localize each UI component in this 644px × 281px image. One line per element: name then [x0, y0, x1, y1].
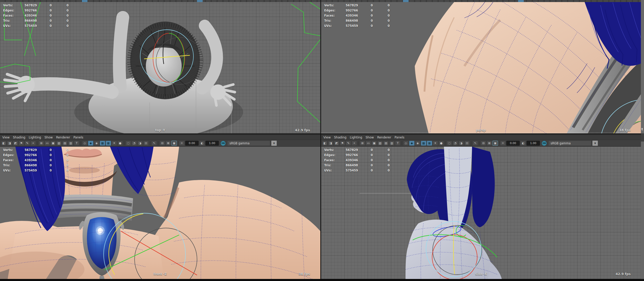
- camera-attributes-icon[interactable]: ◩: [13, 141, 18, 146]
- lights-icon[interactable]: ☀: [112, 141, 117, 146]
- wireframe-icon[interactable]: ◇: [403, 141, 409, 146]
- ssao-icon[interactable]: ◌: [126, 141, 131, 146]
- camera-lock-icon[interactable]: ◨: [7, 141, 12, 146]
- motion-blur-icon[interactable]: ◔: [132, 141, 137, 146]
- hud-label: Edges:: [3, 9, 24, 12]
- image-plane-icon[interactable]: ▣: [171, 141, 177, 146]
- hud-col2: 0: [52, 148, 69, 152]
- bookmark-icon[interactable]: ⚑: [19, 141, 24, 146]
- view-transform-dropdown[interactable]: sRGB gamma: [227, 140, 270, 146]
- toolbar-separator: [158, 141, 158, 145]
- camera-icon[interactable]: ◧: [322, 141, 328, 146]
- ssao-icon[interactable]: ◌: [447, 141, 452, 146]
- panel-divider-horizontal[interactable]: [0, 133, 644, 135]
- panel-menu-item[interactable]: Lighting: [29, 136, 41, 139]
- hud-label: Verts:: [3, 148, 24, 152]
- panel-menu-item[interactable]: Show: [45, 136, 53, 139]
- hud-col1: 0: [37, 9, 52, 12]
- hud-label: Faces:: [3, 14, 24, 17]
- panel-menu-item[interactable]: Panels: [73, 136, 83, 139]
- grid-icon[interactable]: ⊞: [39, 141, 44, 146]
- wireframe-on-shaded-icon[interactable]: ◈: [415, 141, 420, 146]
- contrast-icon[interactable]: ◐: [520, 141, 526, 146]
- contrast-field[interactable]: 1.00: [205, 141, 219, 146]
- viewport-canvas-top[interactable]: Verts: 567829 0 0 Edges: 992766 0 0 Face…: [0, 2, 320, 133]
- select-highlight-icon[interactable]: ↖: [473, 141, 478, 146]
- viewport-canvas-front[interactable]: Verts: 567829 0 0 Edges: 992766 0 0 Face…: [0, 147, 320, 279]
- gate-mask-icon[interactable]: ▧: [377, 141, 383, 146]
- panel-menu-item[interactable]: Renderer: [56, 136, 70, 139]
- wireframe-on-shaded-icon[interactable]: ◈: [94, 141, 99, 146]
- panel-menu-item[interactable]: Renderer: [377, 136, 391, 139]
- textured-icon[interactable]: ▩: [100, 141, 105, 146]
- pan-zoom-icon[interactable]: ⌖: [352, 141, 357, 146]
- gate-mask-icon[interactable]: ▧: [56, 141, 62, 146]
- chevron-down-icon[interactable]: ▼: [271, 140, 277, 146]
- color-management-toggle[interactable]: ON: [221, 141, 226, 146]
- panel-menu-item[interactable]: View: [323, 136, 331, 139]
- snapshot-wipe-icon[interactable]: ⊠: [166, 141, 171, 146]
- exposure-field[interactable]: 0.00: [185, 141, 199, 146]
- panel-menu-item[interactable]: Shading: [334, 136, 346, 139]
- contrast-icon[interactable]: ◐: [199, 141, 205, 146]
- pan-zoom-icon[interactable]: ⌖: [30, 141, 36, 146]
- isolate-select-icon[interactable]: ⊡: [143, 141, 149, 146]
- checkered-icon[interactable]: ▦: [427, 141, 432, 146]
- hud-value: 575459: [345, 24, 358, 28]
- checkered-icon[interactable]: ▦: [106, 141, 111, 146]
- camera-attributes-icon[interactable]: ◩: [334, 141, 339, 146]
- exposure-icon[interactable]: ☼: [500, 141, 506, 146]
- motion-blur-icon[interactable]: ◔: [453, 141, 458, 146]
- field-chart-icon[interactable]: ▤: [62, 141, 68, 146]
- exposure-icon[interactable]: ☼: [179, 141, 184, 146]
- safe-action-icon[interactable]: ▥: [389, 141, 395, 146]
- camera-icon[interactable]: ◧: [1, 141, 6, 146]
- bookmark-icon[interactable]: ⚑: [340, 141, 345, 146]
- wireframe-icon[interactable]: ◇: [82, 141, 88, 146]
- shadows-icon[interactable]: ●: [117, 141, 123, 146]
- viewport-canvas-side[interactable]: Verts: 567829 0 0 Edges: 992766 0 0 Face…: [321, 147, 641, 279]
- field-chart-icon[interactable]: ▤: [383, 141, 389, 146]
- snapshot-wipe-icon[interactable]: ⊠: [487, 141, 492, 146]
- color-management-toggle[interactable]: ON: [542, 141, 547, 146]
- panel-menu-item[interactable]: Panels: [395, 136, 405, 139]
- lights-icon[interactable]: ☀: [433, 141, 438, 146]
- camera-lock-icon[interactable]: ◨: [328, 141, 333, 146]
- toolbar-separator: [445, 141, 445, 145]
- viewport-panel-side: ViewShadingLightingShowRendererPanels ◧◨…: [321, 135, 641, 279]
- panel-menu-item[interactable]: Shading: [13, 136, 25, 139]
- snapshot-compare-icon[interactable]: ⊟: [481, 141, 486, 146]
- hud-col1: 0: [358, 9, 373, 12]
- exposure-field[interactable]: 0.00: [506, 141, 520, 146]
- select-highlight-icon[interactable]: ↖: [151, 141, 157, 146]
- image-plane-icon[interactable]: ▣: [493, 141, 498, 146]
- safe-title-icon[interactable]: T: [74, 141, 79, 146]
- resolution-gate-icon[interactable]: ▣: [372, 141, 377, 146]
- grease-pencil-icon[interactable]: ✎: [346, 141, 351, 146]
- film-gate-icon[interactable]: ▭: [366, 141, 371, 146]
- chevron-down-icon[interactable]: ▼: [592, 140, 598, 146]
- view-transform-dropdown[interactable]: sRGB gamma: [548, 140, 591, 146]
- viewport-canvas-persp[interactable]: Verts: 567829 0 0 Edges: 992766 0 0 Face…: [321, 2, 641, 133]
- shaded-icon[interactable]: ◆: [409, 141, 414, 146]
- grid-icon[interactable]: ⊞: [360, 141, 365, 146]
- dof-icon[interactable]: ◑: [459, 141, 464, 146]
- safe-title-icon[interactable]: T: [395, 141, 400, 146]
- textured-icon[interactable]: ▩: [421, 141, 426, 146]
- isolate-select-icon[interactable]: ⊡: [464, 141, 470, 146]
- panel-divider-vertical[interactable]: [320, 0, 321, 279]
- contrast-field[interactable]: 1.00: [527, 141, 540, 146]
- resolution-gate-icon[interactable]: ▣: [50, 141, 56, 146]
- clipped-toolbar-strip: [0, 0, 320, 2]
- grease-pencil-icon[interactable]: ✎: [25, 141, 30, 146]
- film-gate-icon[interactable]: ▭: [45, 141, 50, 146]
- shadows-icon[interactable]: ●: [439, 141, 444, 146]
- hud-col2: 0: [52, 14, 69, 17]
- panel-menu-item[interactable]: View: [2, 136, 9, 139]
- shaded-icon[interactable]: ◆: [88, 141, 93, 146]
- panel-menu-item[interactable]: Show: [366, 136, 374, 139]
- panel-menu-item[interactable]: Lighting: [350, 136, 362, 139]
- dof-icon[interactable]: ◑: [137, 141, 143, 146]
- snapshot-compare-icon[interactable]: ⊟: [160, 141, 165, 146]
- safe-action-icon[interactable]: ▥: [68, 141, 73, 146]
